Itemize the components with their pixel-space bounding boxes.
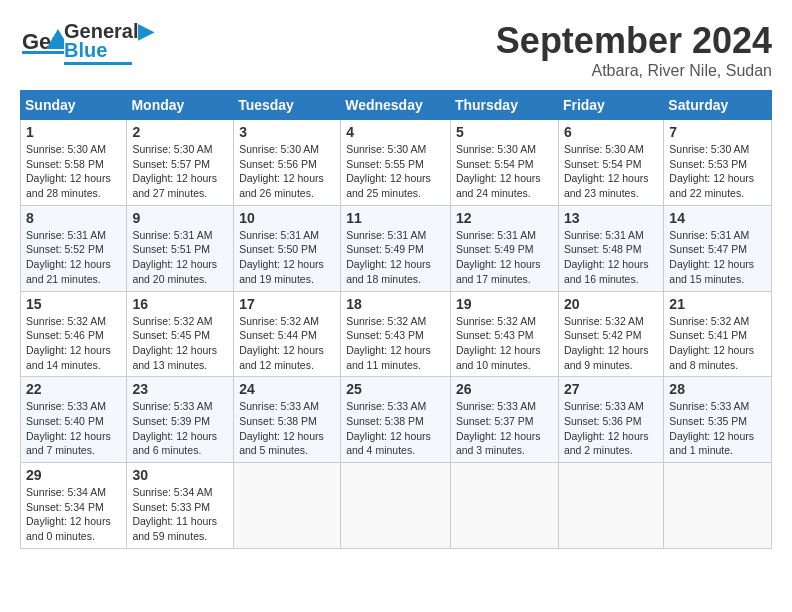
day-cell: 9 Sunrise: 5:31 AMSunset: 5:51 PMDayligh… — [127, 205, 234, 291]
day-info: Sunrise: 5:32 AMSunset: 5:41 PMDaylight:… — [669, 315, 754, 371]
day-cell: 12 Sunrise: 5:31 AMSunset: 5:49 PMDaylig… — [450, 205, 558, 291]
day-info: Sunrise: 5:30 AMSunset: 5:57 PMDaylight:… — [132, 143, 217, 199]
day-number: 20 — [564, 296, 658, 312]
day-number: 24 — [239, 381, 335, 397]
day-cell: 15 Sunrise: 5:32 AMSunset: 5:46 PMDaylig… — [21, 291, 127, 377]
day-number: 3 — [239, 124, 335, 140]
day-cell: 11 Sunrise: 5:31 AMSunset: 5:49 PMDaylig… — [341, 205, 451, 291]
day-info: Sunrise: 5:33 AMSunset: 5:36 PMDaylight:… — [564, 400, 649, 456]
day-number: 23 — [132, 381, 228, 397]
day-number: 2 — [132, 124, 228, 140]
calendar: SundayMondayTuesdayWednesdayThursdayFrid… — [20, 90, 772, 549]
week-row-4: 22 Sunrise: 5:33 AMSunset: 5:40 PMDaylig… — [21, 377, 772, 463]
day-cell: 13 Sunrise: 5:31 AMSunset: 5:48 PMDaylig… — [558, 205, 663, 291]
logo-blue: Blue — [64, 40, 153, 60]
day-number: 18 — [346, 296, 445, 312]
day-cell: 24 Sunrise: 5:33 AMSunset: 5:38 PMDaylig… — [234, 377, 341, 463]
week-row-1: 1 Sunrise: 5:30 AMSunset: 5:58 PMDayligh… — [21, 120, 772, 206]
day-info: Sunrise: 5:30 AMSunset: 5:54 PMDaylight:… — [564, 143, 649, 199]
day-number: 8 — [26, 210, 121, 226]
day-number: 26 — [456, 381, 553, 397]
svg-rect-2 — [22, 51, 64, 54]
day-info: Sunrise: 5:30 AMSunset: 5:54 PMDaylight:… — [456, 143, 541, 199]
day-info: Sunrise: 5:31 AMSunset: 5:47 PMDaylight:… — [669, 229, 754, 285]
day-cell — [664, 463, 772, 549]
calendar-body: 1 Sunrise: 5:30 AMSunset: 5:58 PMDayligh… — [21, 120, 772, 549]
day-cell: 1 Sunrise: 5:30 AMSunset: 5:58 PMDayligh… — [21, 120, 127, 206]
day-number: 15 — [26, 296, 121, 312]
day-number: 4 — [346, 124, 445, 140]
day-number: 30 — [132, 467, 228, 483]
day-info: Sunrise: 5:30 AMSunset: 5:56 PMDaylight:… — [239, 143, 324, 199]
day-cell: 14 Sunrise: 5:31 AMSunset: 5:47 PMDaylig… — [664, 205, 772, 291]
day-info: Sunrise: 5:32 AMSunset: 5:43 PMDaylight:… — [456, 315, 541, 371]
day-info: Sunrise: 5:34 AMSunset: 5:33 PMDaylight:… — [132, 486, 217, 542]
day-cell: 4 Sunrise: 5:30 AMSunset: 5:55 PMDayligh… — [341, 120, 451, 206]
day-number: 6 — [564, 124, 658, 140]
logo-underline — [64, 62, 132, 65]
day-number: 25 — [346, 381, 445, 397]
day-cell: 18 Sunrise: 5:32 AMSunset: 5:43 PMDaylig… — [341, 291, 451, 377]
weekday-friday: Friday — [558, 91, 663, 120]
day-info: Sunrise: 5:31 AMSunset: 5:52 PMDaylight:… — [26, 229, 111, 285]
day-info: Sunrise: 5:33 AMSunset: 5:39 PMDaylight:… — [132, 400, 217, 456]
day-info: Sunrise: 5:30 AMSunset: 5:55 PMDaylight:… — [346, 143, 431, 199]
day-info: Sunrise: 5:32 AMSunset: 5:45 PMDaylight:… — [132, 315, 217, 371]
day-info: Sunrise: 5:33 AMSunset: 5:37 PMDaylight:… — [456, 400, 541, 456]
day-number: 1 — [26, 124, 121, 140]
day-number: 19 — [456, 296, 553, 312]
day-cell: 23 Sunrise: 5:33 AMSunset: 5:39 PMDaylig… — [127, 377, 234, 463]
weekday-monday: Monday — [127, 91, 234, 120]
day-info: Sunrise: 5:32 AMSunset: 5:42 PMDaylight:… — [564, 315, 649, 371]
day-number: 17 — [239, 296, 335, 312]
day-info: Sunrise: 5:33 AMSunset: 5:40 PMDaylight:… — [26, 400, 111, 456]
title-area: September 2024 Atbara, River Nile, Sudan — [496, 20, 772, 80]
day-info: Sunrise: 5:31 AMSunset: 5:48 PMDaylight:… — [564, 229, 649, 285]
day-number: 27 — [564, 381, 658, 397]
week-row-3: 15 Sunrise: 5:32 AMSunset: 5:46 PMDaylig… — [21, 291, 772, 377]
weekday-sunday: Sunday — [21, 91, 127, 120]
day-number: 7 — [669, 124, 766, 140]
day-cell: 22 Sunrise: 5:33 AMSunset: 5:40 PMDaylig… — [21, 377, 127, 463]
day-cell — [341, 463, 451, 549]
logo-icon: General — [20, 21, 64, 65]
day-cell: 16 Sunrise: 5:32 AMSunset: 5:45 PMDaylig… — [127, 291, 234, 377]
day-cell: 21 Sunrise: 5:32 AMSunset: 5:41 PMDaylig… — [664, 291, 772, 377]
subtitle: Atbara, River Nile, Sudan — [496, 62, 772, 80]
weekday-saturday: Saturday — [664, 91, 772, 120]
day-cell: 26 Sunrise: 5:33 AMSunset: 5:37 PMDaylig… — [450, 377, 558, 463]
day-cell: 2 Sunrise: 5:30 AMSunset: 5:57 PMDayligh… — [127, 120, 234, 206]
day-cell: 6 Sunrise: 5:30 AMSunset: 5:54 PMDayligh… — [558, 120, 663, 206]
day-cell: 28 Sunrise: 5:33 AMSunset: 5:35 PMDaylig… — [664, 377, 772, 463]
day-cell: 19 Sunrise: 5:32 AMSunset: 5:43 PMDaylig… — [450, 291, 558, 377]
day-cell: 3 Sunrise: 5:30 AMSunset: 5:56 PMDayligh… — [234, 120, 341, 206]
day-info: Sunrise: 5:32 AMSunset: 5:43 PMDaylight:… — [346, 315, 431, 371]
day-number: 14 — [669, 210, 766, 226]
day-info: Sunrise: 5:31 AMSunset: 5:50 PMDaylight:… — [239, 229, 324, 285]
day-cell: 25 Sunrise: 5:33 AMSunset: 5:38 PMDaylig… — [341, 377, 451, 463]
day-info: Sunrise: 5:30 AMSunset: 5:53 PMDaylight:… — [669, 143, 754, 199]
day-cell: 10 Sunrise: 5:31 AMSunset: 5:50 PMDaylig… — [234, 205, 341, 291]
weekday-wednesday: Wednesday — [341, 91, 451, 120]
day-number: 22 — [26, 381, 121, 397]
weekday-header-row: SundayMondayTuesdayWednesdayThursdayFrid… — [21, 91, 772, 120]
day-info: Sunrise: 5:34 AMSunset: 5:34 PMDaylight:… — [26, 486, 111, 542]
day-cell: 7 Sunrise: 5:30 AMSunset: 5:53 PMDayligh… — [664, 120, 772, 206]
weekday-tuesday: Tuesday — [234, 91, 341, 120]
day-cell: 17 Sunrise: 5:32 AMSunset: 5:44 PMDaylig… — [234, 291, 341, 377]
day-info: Sunrise: 5:30 AMSunset: 5:58 PMDaylight:… — [26, 143, 111, 199]
day-info: Sunrise: 5:32 AMSunset: 5:44 PMDaylight:… — [239, 315, 324, 371]
day-number: 29 — [26, 467, 121, 483]
day-cell: 27 Sunrise: 5:33 AMSunset: 5:36 PMDaylig… — [558, 377, 663, 463]
day-info: Sunrise: 5:31 AMSunset: 5:51 PMDaylight:… — [132, 229, 217, 285]
day-cell — [558, 463, 663, 549]
day-cell: 20 Sunrise: 5:32 AMSunset: 5:42 PMDaylig… — [558, 291, 663, 377]
day-number: 5 — [456, 124, 553, 140]
day-cell — [234, 463, 341, 549]
day-number: 9 — [132, 210, 228, 226]
day-info: Sunrise: 5:33 AMSunset: 5:38 PMDaylight:… — [346, 400, 431, 456]
day-cell: 30 Sunrise: 5:34 AMSunset: 5:33 PMDaylig… — [127, 463, 234, 549]
day-number: 13 — [564, 210, 658, 226]
day-info: Sunrise: 5:33 AMSunset: 5:35 PMDaylight:… — [669, 400, 754, 456]
day-info: Sunrise: 5:31 AMSunset: 5:49 PMDaylight:… — [346, 229, 431, 285]
